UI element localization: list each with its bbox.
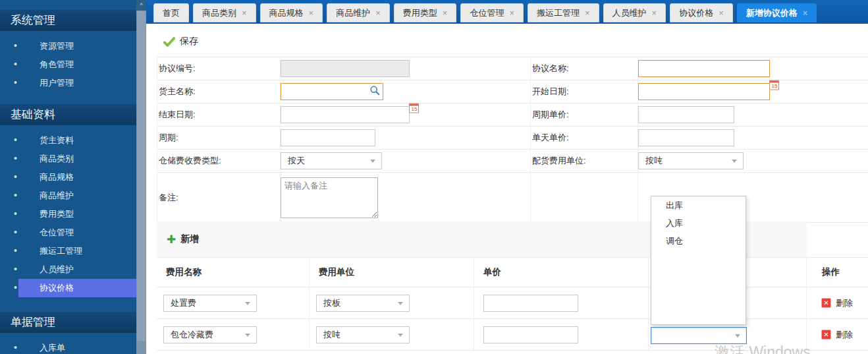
add-fee-button[interactable]: ✚ 新增 xyxy=(167,233,199,245)
sidebar-item-bin-mgmt[interactable]: • 仓位管理 xyxy=(0,223,136,242)
dropdown-option-inbound[interactable]: 入库 xyxy=(651,214,746,232)
sidebar-item-resource-mgmt[interactable]: • 资源管理 xyxy=(0,37,136,55)
start-date-field[interactable] xyxy=(638,83,770,100)
sidebar-item-label: 仓位管理 xyxy=(40,227,74,239)
fee-table: 费用名称 费用单位 单价 操作 处置费 按板 xyxy=(157,257,868,351)
close-icon[interactable]: × xyxy=(309,9,314,17)
fee-type-select[interactable] xyxy=(651,327,747,344)
tab-label: 费用类型 xyxy=(403,7,437,19)
col-fee-unit: 费用单位 xyxy=(310,258,474,287)
delete-row-button[interactable]: ✕ 删除 xyxy=(821,329,853,341)
calendar-icon[interactable]: 15 xyxy=(769,80,779,90)
bullet-icon: • xyxy=(14,190,17,200)
storage-fee-type-label: 仓储费收费类型: xyxy=(157,155,221,167)
delivery-fee-unit-select[interactable]: 按吨 xyxy=(638,152,744,169)
agreement-name-label: 协议名称: xyxy=(531,63,569,74)
sidebar-item-label: 商品维护 xyxy=(40,190,74,202)
main-content: 保存 协议编号: 协议名称: 货主名称: 开始日期: xyxy=(146,24,868,354)
close-icon[interactable]: × xyxy=(585,9,590,17)
bullet-icon: • xyxy=(14,134,17,145)
unit-price-input[interactable] xyxy=(483,295,578,312)
fee-unit-select[interactable]: 按吨 xyxy=(316,326,410,343)
remark-label: 备注: xyxy=(157,192,178,204)
dropdown-option-outbound[interactable]: 出库 xyxy=(651,196,746,214)
remark-textarea[interactable] xyxy=(281,177,378,218)
tab-personnel-maint[interactable]: 人员维护 × xyxy=(603,3,666,22)
bullet-icon: • xyxy=(14,342,17,353)
tab-bin-mgmt[interactable]: 仓位管理 × xyxy=(460,3,524,22)
tab-bar: 首页 商品类别 × 商品规格 × 商品维护 × 费用类型 × 仓位管理 × 搬运… xyxy=(146,0,868,24)
tab-home[interactable]: 首页 xyxy=(153,3,189,22)
save-label: 保存 xyxy=(180,36,198,47)
period-price-label: 周期单价: xyxy=(531,109,569,121)
bullet-icon: • xyxy=(14,59,17,69)
tab-fee-type[interactable]: 费用类型 × xyxy=(394,3,457,22)
plus-icon: ✚ xyxy=(167,234,176,245)
tab-goods-category[interactable]: 商品类别 × xyxy=(193,3,256,22)
sidebar-item-label: 协议价格 xyxy=(40,282,74,294)
sidebar-item-role-mgmt[interactable]: • 角色管理 xyxy=(0,55,136,74)
close-icon[interactable]: × xyxy=(242,9,247,17)
scroll-up-icon[interactable]: ^ xyxy=(136,0,146,11)
sidebar-item-label: 费用类型 xyxy=(40,208,74,220)
tab-goods-spec[interactable]: 商品规格 × xyxy=(260,3,323,22)
sidebar-item-agreement-price[interactable]: • 协议价格 xyxy=(0,279,136,297)
day-price-field[interactable] xyxy=(638,129,734,146)
sidebar-item-personnel-maint[interactable]: • 人员维护 xyxy=(0,260,136,279)
sidebar-item-goods-category[interactable]: • 商品类别 xyxy=(0,150,136,168)
close-icon[interactable]: × xyxy=(509,9,514,17)
select-value: 按吨 xyxy=(645,156,663,165)
sidebar-item-goods-maint[interactable]: • 商品维护 xyxy=(0,187,136,205)
col-action: 操作 xyxy=(807,258,868,287)
sidebar-scrollbar[interactable]: ^ xyxy=(136,0,146,354)
fee-table-row: 处置费 按板 ✕ 删除 xyxy=(157,287,868,319)
close-icon[interactable]: × xyxy=(652,9,657,17)
bullet-icon: • xyxy=(14,245,17,256)
sidebar-item-goods-spec[interactable]: • 商品规格 xyxy=(0,168,136,187)
sidebar-item-inbound-order[interactable]: • 入库单 xyxy=(0,339,136,354)
tab-agreement-price[interactable]: 协议价格 × xyxy=(670,3,733,22)
search-icon[interactable] xyxy=(369,85,380,98)
end-date-field[interactable] xyxy=(281,106,410,123)
delete-icon: ✕ xyxy=(821,298,831,308)
owner-name-label: 货主名称: xyxy=(157,86,196,98)
col-unit-price: 单价 xyxy=(474,258,649,287)
col-fee-name: 费用名称 xyxy=(157,258,310,287)
owner-name-field[interactable] xyxy=(281,83,383,100)
delete-row-button[interactable]: ✕ 删除 xyxy=(821,297,853,309)
sidebar-item-fee-type[interactable]: • 费用类型 xyxy=(0,205,136,223)
tab-goods-maint[interactable]: 商品维护 × xyxy=(327,3,390,22)
sidebar-item-owner-data[interactable]: • 货主资料 xyxy=(0,131,136,150)
sidebar-section-system: 系统管理 xyxy=(0,10,136,31)
dropdown-option-transfer[interactable]: 调仓 xyxy=(651,232,746,250)
close-icon[interactable]: × xyxy=(803,9,808,17)
close-icon[interactable]: × xyxy=(719,9,724,17)
save-button[interactable]: 保存 xyxy=(163,36,198,47)
delete-icon: ✕ xyxy=(821,330,831,339)
sidebar-item-porter-mgmt[interactable]: • 搬运工管理 xyxy=(0,242,136,260)
storage-fee-type-select[interactable]: 按天 xyxy=(281,152,382,169)
scrollbar-thumb[interactable] xyxy=(137,11,146,341)
select-value: 处置费 xyxy=(171,298,196,308)
tab-porter-mgmt[interactable]: 搬运工管理 × xyxy=(528,3,599,22)
close-icon[interactable]: × xyxy=(443,9,448,17)
sidebar-item-label: 商品规格 xyxy=(40,171,74,183)
bullet-icon: • xyxy=(14,153,17,163)
calendar-icon[interactable]: 15 xyxy=(409,103,419,113)
sidebar-item-user-mgmt[interactable]: • 用户管理 xyxy=(0,74,136,92)
bullet-icon: • xyxy=(14,40,17,51)
agreement-name-field[interactable] xyxy=(638,60,770,77)
end-date-label: 结束日期: xyxy=(157,109,196,121)
sidebar-item-label: 资源管理 xyxy=(40,40,74,52)
tab-new-agreement-price[interactable]: 新增协议价格 × xyxy=(737,3,817,22)
fee-name-select[interactable]: 处置费 xyxy=(163,295,257,312)
period-field[interactable] xyxy=(281,129,375,146)
fee-unit-select[interactable]: 按板 xyxy=(316,295,410,312)
close-icon[interactable]: × xyxy=(375,9,381,17)
unit-price-input[interactable] xyxy=(483,326,578,343)
delete-label: 删除 xyxy=(836,329,853,341)
fee-name-select[interactable]: 包仓冷藏费 xyxy=(163,326,257,343)
period-price-field[interactable] xyxy=(638,106,734,123)
select-value: 包仓冷藏费 xyxy=(171,330,213,339)
start-date-label: 开始日期: xyxy=(531,86,569,98)
